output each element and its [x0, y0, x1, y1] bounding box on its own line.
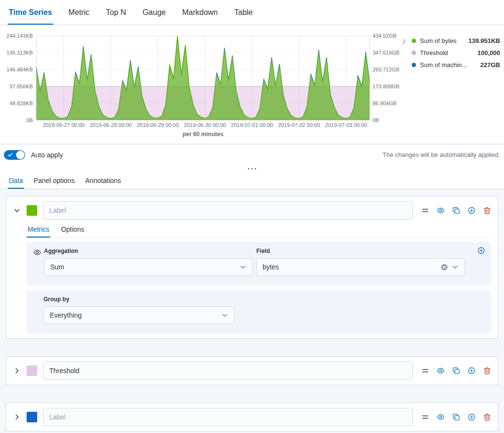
series-label-input[interactable] — [43, 362, 413, 380]
subtab-options[interactable]: Options — [60, 221, 85, 237]
series-color-swatch[interactable] — [27, 205, 37, 216]
group-by-value: Everything — [50, 311, 221, 319]
check-icon — [8, 153, 13, 157]
chart-section: per 60 minutes Sum of bytes 139.951KB Th… — [0, 25, 504, 144]
chart-legend: Sum of bytes 139.951KB Threshold 100,000… — [412, 35, 500, 71]
left-axis-tick-label: 244.141KB — [0, 33, 33, 39]
tab-table[interactable]: Table — [233, 0, 254, 25]
series-label-input[interactable] — [43, 408, 413, 426]
expand-series-button[interactable] — [13, 367, 21, 375]
right-axis-tick-label: 434.52GB — [373, 33, 397, 39]
right-axis-tick-label: 347.616GB — [373, 50, 400, 56]
chevron-down-icon — [240, 264, 246, 270]
eye-icon — [437, 207, 445, 214]
chevron-down-icon — [452, 264, 459, 270]
time-series-chart: per 60 minutes Sum of bytes 139.951KB Th… — [0, 29, 504, 141]
eye-icon — [437, 413, 445, 421]
legend-dot — [412, 39, 416, 43]
right-axis-tick-label: 173.808GB — [373, 84, 400, 89]
tab-data[interactable]: Data — [8, 172, 24, 189]
aggregation-select[interactable]: Sum — [44, 258, 253, 276]
copy-icon — [452, 413, 460, 421]
tab-time-series[interactable]: Time Series — [8, 0, 53, 25]
tab-panel-options[interactable]: Panel options — [33, 172, 76, 189]
chevron-right-icon — [400, 38, 408, 45]
trash-icon — [483, 367, 491, 375]
left-axis-tick-label: 48.828KB — [0, 101, 33, 106]
plus-in-circle-icon — [468, 413, 475, 421]
series-color-swatch[interactable] — [27, 365, 37, 376]
plus-in-circle-icon — [468, 207, 475, 214]
toggle-series-visibility-button[interactable] — [437, 207, 445, 214]
clear-selection-icon[interactable] — [441, 264, 448, 271]
group-by-label: Group by — [43, 296, 484, 303]
auto-apply-label: Auto apply — [31, 151, 63, 159]
left-axis-tick-label: 97.656KB — [0, 84, 33, 89]
toggle-series-visibility-button[interactable] — [437, 413, 445, 421]
group-by-select[interactable]: Everything — [43, 307, 234, 324]
copy-icon — [452, 367, 460, 375]
add-metric-button[interactable] — [477, 247, 485, 254]
eye-icon — [33, 249, 41, 256]
add-series-button[interactable] — [468, 367, 475, 375]
legend-dot — [412, 51, 416, 55]
series-panel-2 — [6, 356, 498, 385]
drag-series-handle[interactable] — [421, 413, 429, 421]
drag-series-handle[interactable] — [421, 207, 429, 214]
panel-resize-handle[interactable] — [0, 165, 504, 172]
tab-metric[interactable]: Metric — [68, 0, 91, 25]
series-panel-3 — [6, 403, 498, 432]
left-axis-tick-label: 0B — [0, 118, 33, 123]
clone-series-button[interactable] — [452, 207, 460, 214]
field-label: Field — [257, 248, 465, 254]
field-combobox[interactable]: bytes — [257, 258, 465, 276]
aggregation-value: Sum — [50, 263, 240, 271]
trash-icon — [483, 413, 491, 421]
tab-gauge[interactable]: Gauge — [142, 0, 167, 25]
visualization-type-tabs: Time Series Metric Top N Gauge Markdown … — [0, 0, 504, 25]
delete-series-button[interactable] — [483, 367, 491, 375]
tab-top-n[interactable]: Top N — [105, 0, 127, 25]
legend-value: 100,000 — [477, 49, 500, 56]
metric-visibility-button[interactable] — [33, 249, 41, 256]
grab-icon — [421, 207, 429, 214]
series-actions — [421, 207, 491, 214]
legend-dot — [412, 63, 416, 67]
legend-label: Threshold — [420, 49, 474, 56]
chevron-down-icon — [221, 312, 228, 319]
drag-series-handle[interactable] — [421, 367, 429, 375]
add-series-button[interactable] — [468, 413, 475, 421]
legend-label: Sum of machin... — [420, 61, 476, 69]
clone-series-button[interactable] — [452, 367, 460, 375]
chevron-right-icon — [13, 367, 21, 375]
trash-icon — [483, 207, 491, 214]
chart-plot — [36, 36, 370, 120]
expand-series-button[interactable] — [13, 413, 21, 421]
legend-item-sum-of-machine[interactable]: Sum of machin... 227GB — [412, 59, 500, 71]
series-color-swatch[interactable] — [27, 412, 37, 422]
legend-item-threshold[interactable]: Threshold 100,000 — [412, 47, 500, 59]
series-header — [13, 408, 491, 426]
left-axis-tick-label: 195.313KB — [0, 50, 33, 56]
add-series-button[interactable] — [468, 207, 475, 214]
grab-icon — [421, 367, 429, 375]
eye-icon — [437, 367, 445, 375]
legend-label: Sum of bytes — [420, 37, 464, 44]
toggle-series-visibility-button[interactable] — [437, 367, 445, 375]
x-axis-tick-label: 2019-07-03 00:00 — [317, 122, 375, 128]
tab-markdown[interactable]: Markdown — [181, 0, 219, 25]
legend-item-sum-of-bytes[interactable]: Sum of bytes 139.951KB — [412, 35, 500, 47]
tab-annotations[interactable]: Annotations — [84, 172, 122, 189]
x-axis-label: per 60 minutes — [36, 131, 370, 138]
toggle-thumb — [16, 151, 25, 159]
collapse-series-button[interactable] — [13, 207, 21, 214]
series-label-input[interactable] — [43, 201, 413, 220]
delete-series-button[interactable] — [483, 413, 491, 421]
subtab-metrics[interactable]: Metrics — [27, 221, 50, 237]
auto-apply-hint: The changes will be automatically applie… — [382, 151, 500, 158]
legend-collapse-button[interactable] — [400, 38, 408, 45]
clone-series-button[interactable] — [452, 413, 460, 421]
auto-apply-toggle[interactable] — [4, 150, 25, 160]
delete-series-button[interactable] — [483, 207, 491, 214]
chevron-right-icon — [13, 413, 21, 421]
